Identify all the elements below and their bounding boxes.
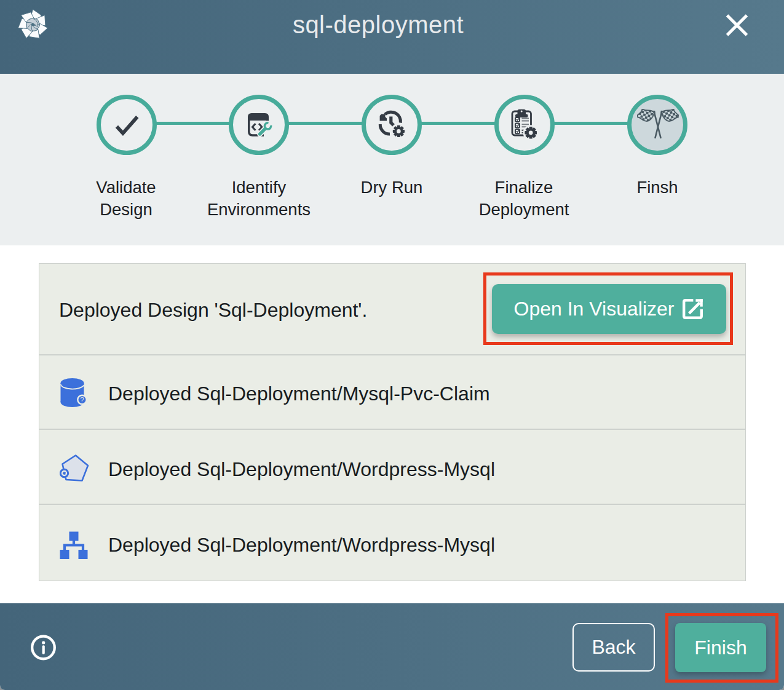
svg-text:?: ?	[80, 396, 84, 403]
